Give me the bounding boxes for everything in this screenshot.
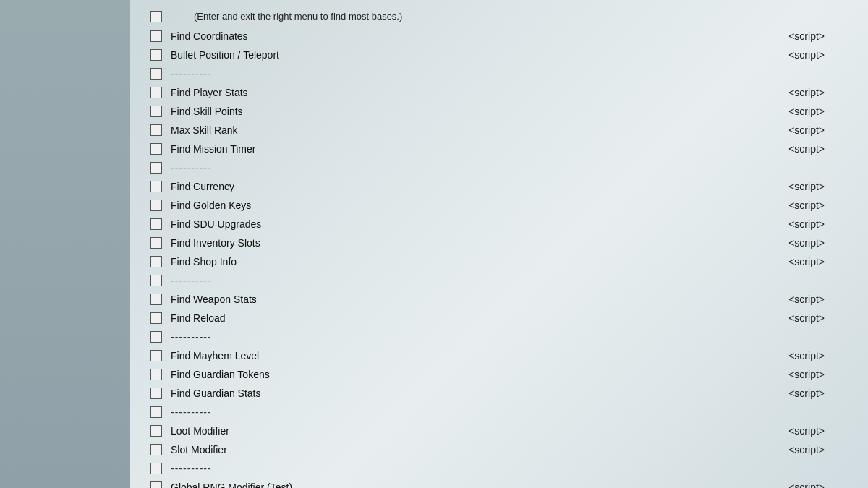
intro-row: (Enter and exit the right menu to find m… — [145, 6, 854, 27]
list-row-sep1: ---------- — [145, 64, 854, 83]
checkbox-find-mayhem-level[interactable] — [150, 350, 162, 361]
checkbox-find-coordinates[interactable] — [150, 30, 162, 42]
separator-label-sep6: ---------- — [168, 463, 854, 474]
list-row-find-reload: Find Reload<script> — [145, 309, 854, 328]
label-find-mayhem-level: Find Mayhem Level — [168, 350, 788, 361]
checkbox-global-rng-modifier[interactable] — [150, 481, 162, 488]
sidebar — [0, 0, 130, 488]
script-find-mayhem-level: <script> — [788, 350, 854, 361]
script-find-skill-points: <script> — [788, 106, 854, 117]
label-find-sdu-upgrades: Find SDU Upgrades — [168, 218, 788, 230]
script-find-reload: <script> — [788, 312, 854, 324]
intro-text: (Enter and exit the right menu to find m… — [168, 8, 402, 25]
list-row-sep5: ---------- — [145, 403, 854, 421]
label-find-reload: Find Reload — [168, 312, 788, 324]
list-row-find-currency: Find Currency<script> — [145, 177, 854, 196]
list-row-find-player-stats: Find Player Stats<script> — [145, 83, 854, 102]
script-loot-modifier: <script> — [788, 425, 854, 437]
checkbox-sep4[interactable] — [150, 331, 162, 343]
list-row-find-mayhem-level: Find Mayhem Level<script> — [145, 346, 854, 365]
list-row-find-coordinates: Find Coordinates<script> — [145, 27, 854, 46]
separator-label-sep2: ---------- — [168, 162, 854, 174]
checkbox-find-player-stats[interactable] — [150, 87, 162, 98]
list-row-find-sdu-upgrades: Find SDU Upgrades<script> — [145, 215, 854, 234]
script-find-golden-keys: <script> — [788, 200, 854, 211]
label-find-weapon-stats: Find Weapon Stats — [168, 294, 788, 305]
list-row-sep6: ---------- — [145, 459, 854, 478]
checkbox-sep6[interactable] — [150, 463, 162, 474]
checkbox-find-skill-points[interactable] — [150, 106, 162, 117]
list-row-find-weapon-stats: Find Weapon Stats<script> — [145, 290, 854, 309]
script-find-weapon-stats: <script> — [788, 294, 854, 305]
script-find-shop-info: <script> — [788, 256, 854, 267]
label-find-golden-keys: Find Golden Keys — [168, 200, 788, 211]
label-find-mission-timer: Find Mission Timer — [168, 143, 788, 155]
separator-label-sep5: ---------- — [168, 406, 854, 418]
checkbox-find-weapon-stats[interactable] — [150, 294, 162, 305]
list-row-find-shop-info: Find Shop Info<script> — [145, 252, 854, 271]
list-row-find-mission-timer: Find Mission Timer<script> — [145, 140, 854, 158]
rows-container: Find Coordinates<script>Bullet Position … — [145, 27, 854, 488]
script-find-currency: <script> — [788, 181, 854, 192]
intro-checkbox[interactable] — [150, 11, 162, 22]
label-find-shop-info: Find Shop Info — [168, 256, 788, 267]
checkbox-max-skill-rank[interactable] — [150, 124, 162, 136]
script-find-inventory-slots: <script> — [788, 237, 854, 249]
list-row-sep2: ---------- — [145, 158, 854, 177]
label-find-coordinates: Find Coordinates — [168, 30, 788, 42]
script-slot-modifier: <script> — [788, 444, 854, 455]
label-find-guardian-stats: Find Guardian Stats — [168, 388, 788, 399]
list-row-sep4: ---------- — [145, 328, 854, 346]
checkbox-sep2[interactable] — [150, 162, 162, 174]
checkbox-find-guardian-tokens[interactable] — [150, 369, 162, 380]
checkbox-find-inventory-slots[interactable] — [150, 237, 162, 249]
list-row-loot-modifier: Loot Modifier<script> — [145, 421, 854, 440]
script-max-skill-rank: <script> — [788, 124, 854, 136]
list-row-find-guardian-stats: Find Guardian Stats<script> — [145, 384, 854, 403]
label-find-skill-points: Find Skill Points — [168, 106, 788, 117]
script-find-guardian-stats: <script> — [788, 388, 854, 399]
list-row-bullet-position: Bullet Position / Teleport<script> — [145, 46, 854, 64]
list-row-sep3: ---------- — [145, 271, 854, 290]
content-area: (Enter and exit the right menu to find m… — [130, 0, 868, 488]
script-find-guardian-tokens: <script> — [788, 369, 854, 380]
list-row-find-golden-keys: Find Golden Keys<script> — [145, 196, 854, 215]
label-find-inventory-slots: Find Inventory Slots — [168, 237, 788, 249]
checkbox-find-golden-keys[interactable] — [150, 200, 162, 211]
label-find-player-stats: Find Player Stats — [168, 87, 788, 98]
separator-label-sep1: ---------- — [168, 68, 854, 80]
checkbox-find-shop-info[interactable] — [150, 256, 162, 267]
separator-label-sep4: ---------- — [168, 331, 854, 343]
checkbox-find-mission-timer[interactable] — [150, 143, 162, 155]
script-global-rng-modifier: <script> — [788, 481, 854, 488]
label-slot-modifier: Slot Modifier — [168, 444, 788, 455]
checkbox-slot-modifier[interactable] — [150, 444, 162, 455]
list-row-max-skill-rank: Max Skill Rank<script> — [145, 121, 854, 140]
checkbox-bullet-position[interactable] — [150, 49, 162, 61]
checkbox-find-currency[interactable] — [150, 181, 162, 192]
checkbox-find-sdu-upgrades[interactable] — [150, 218, 162, 230]
script-bullet-position: <script> — [788, 49, 854, 61]
label-bullet-position: Bullet Position / Teleport — [168, 49, 788, 61]
script-find-sdu-upgrades: <script> — [788, 218, 854, 230]
label-max-skill-rank: Max Skill Rank — [168, 124, 788, 136]
list-row-find-inventory-slots: Find Inventory Slots<script> — [145, 234, 854, 252]
separator-label-sep3: ---------- — [168, 275, 854, 286]
script-find-coordinates: <script> — [788, 30, 854, 42]
checkbox-find-reload[interactable] — [150, 312, 162, 324]
checkbox-sep5[interactable] — [150, 406, 162, 418]
checkbox-sep1[interactable] — [150, 68, 162, 80]
list-row-slot-modifier: Slot Modifier<script> — [145, 440, 854, 459]
script-find-player-stats: <script> — [788, 87, 854, 98]
checkbox-sep3[interactable] — [150, 275, 162, 286]
label-find-currency: Find Currency — [168, 181, 788, 192]
label-global-rng-modifier: Global RNG Modifier (Test) — [168, 481, 788, 488]
list-row-find-guardian-tokens: Find Guardian Tokens<script> — [145, 365, 854, 384]
list-row-global-rng-modifier: Global RNG Modifier (Test)<script> — [145, 478, 854, 488]
label-loot-modifier: Loot Modifier — [168, 425, 788, 437]
list-row-find-skill-points: Find Skill Points<script> — [145, 102, 854, 121]
checkbox-find-guardian-stats[interactable] — [150, 388, 162, 399]
label-find-guardian-tokens: Find Guardian Tokens — [168, 369, 788, 380]
checkbox-loot-modifier[interactable] — [150, 425, 162, 437]
script-find-mission-timer: <script> — [788, 143, 854, 155]
